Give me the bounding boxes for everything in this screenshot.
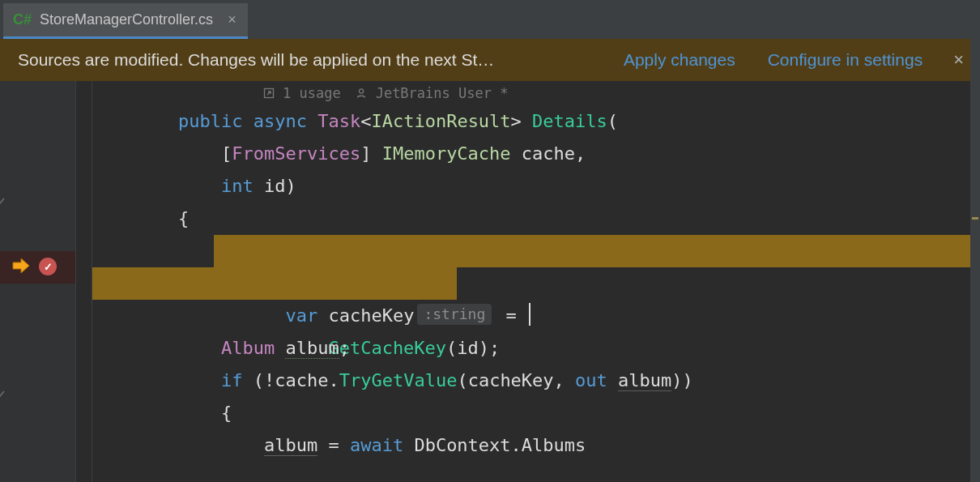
usages-icon xyxy=(262,87,275,100)
svg-point-1 xyxy=(360,89,364,93)
usages-text: 1 usage xyxy=(283,81,341,105)
tab-bar: C# StoreManagerController.cs × xyxy=(0,0,980,39)
scrollbar-marker xyxy=(972,217,978,220)
author-lens[interactable]: JetBrains User * xyxy=(356,81,509,105)
editor-scrollbar[interactable] xyxy=(970,39,980,482)
tab-filename: StoreManagerController.cs xyxy=(40,11,213,28)
code-line[interactable]: if (!cache.TryGetValue(cacheKey, out alb… xyxy=(92,365,980,397)
code-area[interactable]: 1 usage JetBrains User * public async Ta… xyxy=(76,81,980,482)
close-tab-icon[interactable]: × xyxy=(228,11,236,28)
author-icon xyxy=(356,87,368,100)
code-line-current[interactable]: var cacheKey:string = xyxy=(92,235,980,267)
execution-pointer-icon xyxy=(10,256,32,275)
code-line[interactable]: [FromServices] IMemoryCache cache, xyxy=(92,138,980,170)
code-line[interactable]: Album album; xyxy=(92,332,980,365)
editor: 1 usage JetBrains User * public async Ta… xyxy=(0,81,980,482)
code-line[interactable]: album = await DbContext.Albums xyxy=(92,429,980,462)
breakpoint-icon[interactable] xyxy=(39,258,57,275)
modified-sources-banner: Sources are modified. Changes will be ap… xyxy=(0,39,980,81)
code-lens-row: 1 usage JetBrains User * xyxy=(92,81,980,105)
execution-highlight xyxy=(214,235,980,267)
banner-close-icon[interactable]: × xyxy=(953,51,964,69)
execution-highlight xyxy=(92,267,457,300)
code-line[interactable]: { xyxy=(92,397,980,429)
usages-lens[interactable]: 1 usage xyxy=(262,81,341,105)
code-line[interactable]: { xyxy=(92,203,980,235)
text-caret xyxy=(529,303,530,326)
code-line[interactable]: int id) xyxy=(92,170,980,203)
apply-changes-link[interactable]: Apply changes xyxy=(624,50,735,70)
gutter[interactable] xyxy=(0,81,76,482)
configure-in-settings-link[interactable]: Configure in settings xyxy=(768,50,922,70)
author-text: JetBrains User * xyxy=(376,81,509,105)
fold-marker-icon[interactable] xyxy=(0,387,6,400)
editor-tab[interactable]: C# StoreManagerController.cs × xyxy=(3,3,248,39)
code-line[interactable]: GetCacheKey(id); xyxy=(92,267,980,300)
csharp-file-icon: C# xyxy=(13,11,32,28)
inlay-hint: :string xyxy=(417,304,492,325)
code-line[interactable]: public async Task<IActionResult> Details… xyxy=(92,105,980,138)
fold-marker-icon[interactable] xyxy=(0,194,6,207)
banner-message: Sources are modified. Changes will be ap… xyxy=(18,50,494,70)
